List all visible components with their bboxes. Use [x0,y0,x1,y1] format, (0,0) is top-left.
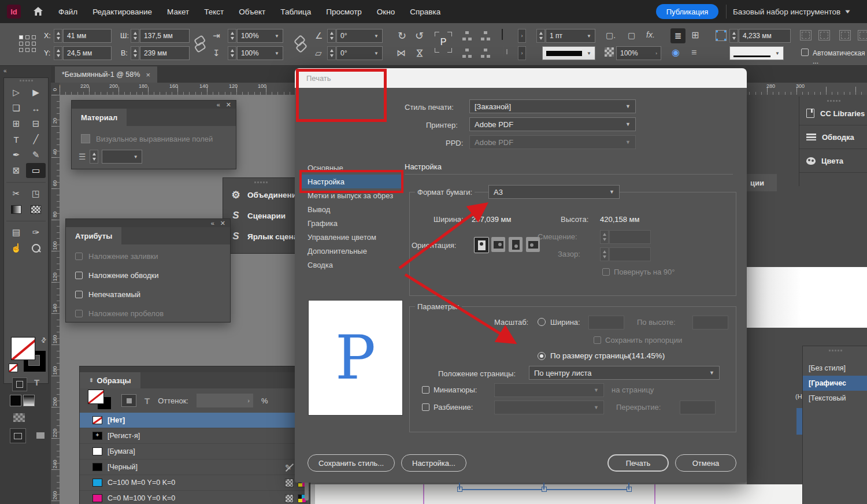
style-row[interactable]: [Без стиля] [803,361,867,376]
save-style-button[interactable]: Сохранить стиль... [307,454,395,472]
material-stepper[interactable] [90,150,98,164]
close-tab-icon[interactable]: × [146,71,150,79]
scale-x-field[interactable]: 100%▼ [237,29,283,43]
menu-item[interactable]: Объект [239,8,265,16]
dialog-section-6[interactable]: Управление цветом [299,230,403,244]
scale-y-stepper[interactable] [228,46,236,60]
dialog-section-8[interactable]: Сводка [299,258,403,272]
flip-horizontal-icon[interactable]: ⋈ [397,49,406,58]
dialog-section-4[interactable]: Вывод [299,202,403,216]
content-placer-tool[interactable]: ⊟ [26,116,46,131]
rotate-cw-icon[interactable]: ↻ [398,31,406,41]
stroke-type-dropdown[interactable]: ▼ [729,46,784,60]
swatch-row[interactable]: [Нет] [80,413,310,428]
pen-tool[interactable]: ✒ [6,147,26,162]
panel-dock-item[interactable]: SЯрлык сцена [223,226,299,247]
margin-guide[interactable] [423,484,424,504]
preview-mode-button[interactable] [33,428,48,442]
print-preset-dropdown[interactable]: [Заказной]▼ [469,99,636,113]
swatch-row[interactable]: [Черный] [80,459,310,475]
setup-button[interactable]: Настройка... [401,454,466,472]
rotation-field[interactable]: 0°▼ [336,29,383,43]
panel-dock-item[interactable]: SСценарии [223,205,299,226]
view-options-icon[interactable] [13,413,25,422]
dialog-section-5[interactable]: Графика [299,216,403,230]
thumbnails-checkbox[interactable] [422,386,429,394]
fit-to-page-radio[interactable] [538,352,546,360]
corner-options-icon[interactable]: ▢. [606,31,616,39]
constrain-dimensions-icon[interactable] [194,35,206,54]
no-text-wrap-button[interactable]: ≣ [670,28,686,43]
dialog-section-7[interactable]: Дополнительные [299,244,403,258]
formatting-container-button[interactable] [121,394,136,407]
fit-content-icon[interactable] [800,30,812,40]
print-button[interactable]: Печать [607,454,669,472]
stroke-weight-stepper[interactable] [536,29,545,43]
orientation-portrait-button[interactable] [474,237,489,253]
height-field[interactable]: 239 мм [140,46,190,60]
type-tool[interactable]: T [6,132,26,147]
style-row[interactable]: [Графичес [803,376,867,391]
rectangle-tool[interactable]: ▭ [26,163,46,178]
line-tool[interactable]: ╱ [26,132,46,147]
eyedropper-tool[interactable]: ✑ [26,225,46,240]
scale-x-stepper[interactable] [228,29,236,43]
document-page-strip[interactable] [309,484,816,504]
dock-item-цвета[interactable]: Цвета [799,150,867,171]
default-fill-stroke-icon[interactable] [9,364,18,372]
checkbox[interactable] [75,272,83,279]
menu-item[interactable]: Текст [204,8,224,16]
normal-view-mode-button[interactable] [10,428,26,443]
effects-fx-icon[interactable]: fx. [646,31,655,39]
gap-stepper[interactable] [729,29,738,43]
gripper[interactable] [223,180,299,184]
center-content-icon[interactable] [839,30,851,40]
shear-stepper[interactable] [327,46,336,60]
y-field[interactable]: 24,5 мм [63,46,112,60]
publish-button[interactable]: Публикация [656,4,718,19]
swatch-row[interactable]: [Бумага] [80,444,310,459]
hand-tool[interactable]: ☝ [6,240,26,255]
scissors-tool[interactable]: ✂ [6,186,26,201]
page[interactable] [315,484,816,504]
selection-handle[interactable] [542,487,547,492]
note-tool[interactable]: ▤ [6,225,26,240]
document-tab[interactable]: *Безымянный-1 @ 58% × [55,66,157,83]
frame-tool[interactable]: ⊠ [6,163,26,178]
tint-field[interactable]: › [197,394,253,407]
collapse-icon[interactable]: « [217,101,220,108]
shear-field[interactable]: 0°▼ [336,46,383,60]
stroke-style-dropdown[interactable]: ▼ [542,46,595,60]
rotation-stepper[interactable] [327,29,336,43]
stroke-weight-field[interactable]: 1 пт▼ [546,29,595,43]
selection-handle[interactable] [627,487,632,492]
swap-fill-stroke-icon[interactable]: ⇄ [39,336,49,345]
fill-stroke-proxy[interactable] [88,390,113,412]
scale-y-field[interactable]: 100%▼ [237,46,283,60]
width-field[interactable]: 137,5 мм [140,29,190,43]
reference-point-proxy[interactable] [19,35,38,54]
stroke-flyout-button[interactable]: › [518,46,526,60]
gripper[interactable] [4,78,48,83]
indesign-logo[interactable]: Id [7,5,21,18]
selection-handle[interactable] [457,487,462,492]
gap-field[interactable]: 4,233 мм [739,29,791,43]
selection-tool[interactable]: ▷ [6,85,26,100]
fill-flyout-button[interactable]: › [518,29,526,43]
menu-item[interactable]: Окно [377,8,395,16]
auto-fit-checkbox[interactable] [801,49,809,56]
margin-guide[interactable] [654,484,655,504]
home-icon[interactable] [32,6,44,17]
apply-color-button[interactable] [10,395,21,406]
close-icon[interactable]: ✕ [226,101,231,109]
height-stepper[interactable] [131,46,139,60]
width-stepper[interactable] [131,29,139,43]
page-position-dropdown[interactable]: По центру листа▼ [529,366,720,380]
dock-item-cc-libraries[interactable]: CC Libraries [799,103,867,124]
menu-item[interactable]: Макет [167,8,189,16]
close-icon[interactable]: ✕ [220,220,225,227]
select-previous-icon[interactable] [481,31,490,40]
pencil-tool[interactable]: ✎ [26,147,46,162]
select-next-icon[interactable] [481,49,490,58]
stroke-swatch[interactable] [503,46,504,57]
